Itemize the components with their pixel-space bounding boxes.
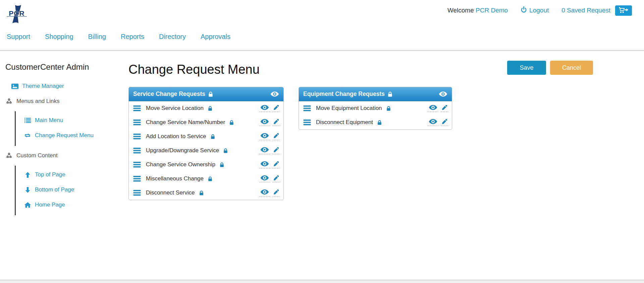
equipment-change-requests-panel: Equipment Change Requests Move Equipment… — [299, 87, 452, 130]
drag-handle-icon[interactable] — [133, 162, 141, 168]
visibility-eye-icon[interactable] — [259, 175, 270, 182]
nav-item-approvals[interactable]: Approvals — [201, 33, 230, 41]
logout-label: Logout — [529, 7, 549, 14]
request-label: Move Equipment Location — [316, 105, 382, 112]
edit-pencil-icon[interactable] — [272, 161, 280, 168]
cart-checkout-button[interactable] — [615, 5, 632, 16]
visibility-eye-icon[interactable] — [259, 189, 270, 196]
cubes-icon — [5, 98, 13, 105]
request-label: Change Service Ownership — [146, 161, 215, 168]
edit-pencil-icon[interactable] — [441, 105, 448, 112]
request-row: Change Service Name/Number — [129, 115, 283, 129]
visibility-eye-icon[interactable] — [259, 147, 270, 154]
sidebar-section-menus-and-links: Menus and Links — [5, 96, 123, 106]
request-row: Move Service Location — [129, 101, 283, 115]
edit-pencil-icon[interactable] — [272, 133, 280, 140]
sidebar-item-label: Change Request Menu — [35, 132, 94, 139]
request-label: Upgrade/Downgrade Service — [146, 147, 219, 154]
nav-item-support[interactable]: Support — [7, 33, 30, 41]
svg-text:PCR: PCR — [9, 9, 24, 17]
request-row: Upgrade/Downgrade Service — [129, 144, 283, 158]
edit-pencil-icon[interactable] — [272, 105, 280, 112]
edit-pencil-icon[interactable] — [441, 119, 448, 126]
sidebar-title: CustomerCenter Admin — [5, 62, 123, 72]
cart-arrow-icon — [619, 7, 629, 14]
sidebar-item-label: Theme Manager — [22, 83, 64, 90]
nav-item-billing[interactable]: Billing — [88, 33, 106, 41]
request-row: Add Location to Service — [129, 129, 283, 144]
lock-icon — [220, 162, 224, 167]
retweet-icon — [24, 133, 31, 138]
cancel-button[interactable]: Cancel — [550, 61, 593, 75]
request-label: Disconnect Service — [146, 189, 195, 196]
row-actions — [428, 105, 448, 112]
logout-button[interactable]: Logout — [521, 6, 549, 15]
edit-pencil-icon[interactable] — [272, 147, 280, 154]
power-icon — [521, 6, 527, 15]
request-row: Move Equipment Location — [299, 101, 452, 115]
request-row: Change Service Ownership — [129, 158, 283, 172]
visibility-eye-icon[interactable] — [428, 105, 438, 112]
visibility-eye-icon[interactable] — [428, 119, 438, 126]
drag-handle-icon[interactable] — [303, 105, 311, 111]
lock-icon — [388, 92, 392, 97]
edit-pencil-icon[interactable] — [272, 189, 280, 196]
panel-body: Move Service Location Change Service Nam… — [129, 101, 283, 200]
nav-divider — [0, 50, 644, 51]
nav-item-reports[interactable]: Reports — [121, 33, 144, 41]
visibility-eye-icon[interactable] — [259, 105, 270, 112]
arrow-up-icon — [24, 172, 31, 178]
panel-body: Move Equipment Location Disconnect Equip… — [299, 101, 452, 129]
row-actions — [259, 105, 280, 112]
save-button[interactable]: Save — [507, 61, 546, 75]
drag-handle-icon[interactable] — [133, 176, 141, 182]
visibility-eye-icon[interactable] — [259, 161, 270, 168]
request-row: Disconnect Equipment — [299, 115, 452, 129]
sidebar-item-top-of-page[interactable]: Top of Page — [24, 170, 123, 180]
row-actions — [259, 189, 280, 196]
admin-sidebar: CustomerCenter Admin Theme Manager Menus… — [5, 62, 123, 220]
sidebar-section-label: Custom Content — [16, 152, 58, 159]
visibility-eye-icon[interactable] — [259, 119, 270, 126]
drag-handle-icon[interactable] — [133, 133, 141, 139]
panel-header: Equipment Change Requests — [299, 87, 452, 101]
main-navigation: Support Shopping Billing Reports Directo… — [7, 33, 230, 41]
row-actions — [428, 119, 448, 126]
cubes-icon — [5, 152, 13, 159]
drag-handle-icon[interactable] — [133, 190, 141, 196]
panel-visibility-eye-icon[interactable] — [270, 91, 279, 97]
nav-item-shopping[interactable]: Shopping — [45, 33, 73, 41]
home-icon — [24, 202, 31, 208]
edit-pencil-icon[interactable] — [272, 175, 280, 182]
sidebar-item-bottom-of-page[interactable]: Bottom of Page — [24, 185, 123, 195]
lock-icon — [223, 148, 228, 153]
pcr-logo[interactable]: PCR — [6, 5, 28, 23]
request-label: Disconnect Equipment — [316, 119, 373, 126]
sidebar-item-home-page[interactable]: Home Page — [24, 200, 123, 210]
sidebar-item-theme-manager[interactable]: Theme Manager — [11, 81, 123, 91]
row-actions — [259, 147, 280, 154]
drag-handle-icon[interactable] — [133, 148, 141, 154]
image-icon — [11, 83, 18, 89]
username-link[interactable]: PCR Demo — [476, 7, 508, 14]
sidebar-item-label: Main Menu — [35, 117, 63, 124]
request-label: Miscellaneous Change — [146, 175, 204, 182]
footer-divider — [0, 280, 644, 283]
lock-icon — [208, 176, 212, 181]
request-label: Move Service Location — [146, 105, 204, 112]
edit-pencil-icon[interactable] — [272, 119, 280, 126]
drag-handle-icon[interactable] — [133, 119, 141, 125]
panel-title: Service Change Requests — [133, 91, 205, 98]
sidebar-item-change-request-menu[interactable]: Change Request Menu — [24, 130, 123, 140]
request-label: Change Service Name/Number — [146, 119, 225, 126]
welcome-text: Welcome PCR Demo — [447, 7, 508, 14]
saved-request-link[interactable]: 0 Saved Request — [561, 7, 610, 14]
drag-handle-icon[interactable] — [303, 119, 311, 125]
row-actions — [259, 119, 280, 126]
panel-visibility-eye-icon[interactable] — [439, 91, 447, 97]
sidebar-item-main-menu[interactable]: Main Menu — [24, 115, 123, 125]
drag-handle-icon[interactable] — [133, 105, 141, 111]
top-header: PCR Welcome PCR Demo Logout 0 Saved Requ… — [0, 0, 644, 30]
nav-item-directory[interactable]: Directory — [159, 33, 186, 41]
visibility-eye-icon[interactable] — [259, 133, 270, 140]
